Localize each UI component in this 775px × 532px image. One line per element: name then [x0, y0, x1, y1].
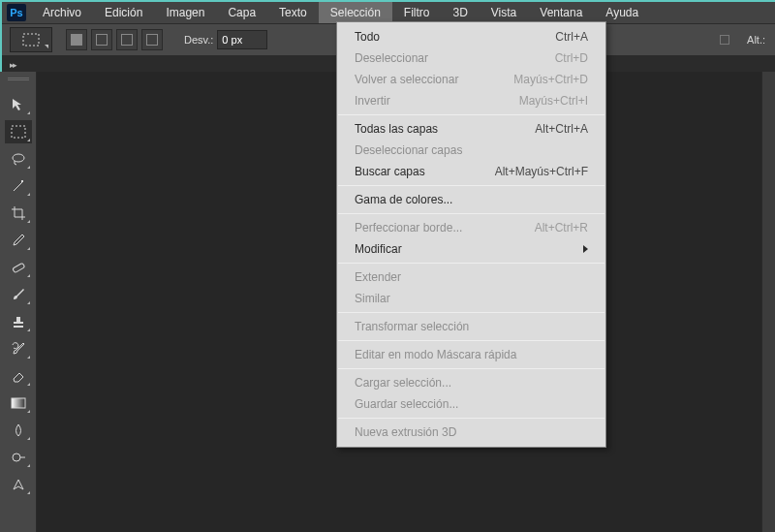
selection-new-button[interactable]: [66, 29, 87, 50]
menu-capa[interactable]: Capa: [216, 2, 267, 23]
selection-mode-group: [66, 29, 163, 50]
menuitem-cargar-seleccion[interactable]: Cargar selección...: [337, 372, 605, 393]
menu-bar: Ps Archivo Edición Imagen Capa Texto Sel…: [2, 2, 775, 23]
lasso-tool[interactable]: [5, 147, 32, 171]
menuitem-modificar[interactable]: Modificar: [337, 238, 605, 260]
menu-separator: [338, 312, 604, 313]
menuitem-transformar-seleccion[interactable]: Transformar selección: [337, 316, 605, 337]
menu-archivo[interactable]: Archivo: [31, 2, 93, 23]
menu-3d[interactable]: 3D: [441, 2, 479, 23]
eraser-icon: [11, 368, 26, 384]
svg-text:Ps: Ps: [10, 7, 22, 18]
tool-preset-picker[interactable]: [10, 27, 52, 52]
collapsed-panels-strip[interactable]: [761, 72, 775, 532]
menuitem-invertir[interactable]: InvertirMayús+Ctrl+I: [337, 90, 605, 111]
menuitem-volver-a-seleccionar[interactable]: Volver a seleccionarMayús+Ctrl+D: [337, 69, 605, 90]
menu-texto[interactable]: Texto: [267, 2, 319, 23]
menuitem-buscar-capas[interactable]: Buscar capasAlt+Mayús+Ctrl+F: [337, 161, 605, 182]
droplet-icon: [11, 422, 26, 438]
tools-panel-grip[interactable]: [1, 78, 36, 89]
menu-filtro[interactable]: Filtro: [392, 2, 442, 23]
svg-rect-5: [12, 263, 24, 272]
menu-ventana[interactable]: Ventana: [528, 2, 594, 23]
marquee-icon: [22, 33, 40, 47]
eyedropper-tool[interactable]: [5, 229, 32, 252]
menu-separator: [338, 340, 604, 341]
menuitem-deseleccionar[interactable]: DeseleccionarCtrl+D: [337, 47, 605, 69]
menu-vista[interactable]: Vista: [480, 2, 528, 23]
menuitem-similar[interactable]: Similar: [337, 288, 605, 309]
selection-add-button[interactable]: [91, 29, 112, 50]
move-icon: [11, 97, 26, 112]
menuitem-perfeccionar-borde[interactable]: Perfeccionar borde...Alt+Ctrl+R: [337, 217, 605, 238]
selection-subtract-button[interactable]: [116, 29, 138, 50]
menuitem-editar-mascara-rapida[interactable]: Editar en modo Máscara rápida: [337, 344, 605, 365]
menuitem-gama-de-colores[interactable]: Gama de colores...: [337, 189, 605, 210]
menu-separator: [338, 213, 604, 214]
menuitem-nueva-extrusion-3d[interactable]: Nueva extrusión 3D: [337, 422, 605, 443]
menuitem-deseleccionar-capas[interactable]: Deseleccionar capas: [337, 140, 605, 161]
menu-separator: [338, 418, 604, 419]
marquee-icon: [11, 125, 26, 139]
app-logo: Ps: [2, 2, 31, 23]
feather-input[interactable]: [217, 30, 267, 49]
chevron-right-icon: [583, 245, 588, 253]
pen-icon: [11, 477, 26, 492]
svg-rect-3: [12, 126, 25, 138]
feather-label: Desv.:: [184, 34, 213, 46]
menu-ayuda[interactable]: Ayuda: [594, 2, 650, 23]
history-brush-icon: [11, 341, 26, 357]
menu-imagen[interactable]: Imagen: [154, 2, 216, 23]
svg-rect-2: [23, 34, 39, 46]
menu-seleccion[interactable]: Selección: [319, 2, 392, 23]
menu-edicion[interactable]: Edición: [93, 2, 154, 23]
eyedropper-icon: [11, 233, 26, 248]
antialias-checkbox[interactable]: [720, 35, 729, 45]
history-brush-tool[interactable]: [5, 337, 32, 360]
move-tool[interactable]: [5, 93, 32, 116]
menuitem-todo[interactable]: TodoCtrl+A: [337, 26, 605, 47]
svg-point-4: [13, 154, 24, 162]
wand-icon: [11, 178, 26, 194]
magic-wand-tool[interactable]: [5, 174, 32, 198]
gradient-tool[interactable]: [5, 391, 32, 415]
dodge-icon: [11, 450, 26, 465]
tools-panel: [1, 72, 37, 532]
menu-separator: [338, 368, 604, 369]
eraser-tool[interactable]: [5, 364, 32, 388]
brush-icon: [11, 287, 26, 302]
menu-separator: [338, 263, 604, 264]
selection-menu-dropdown: TodoCtrl+A DeseleccionarCtrl+D Volver a …: [336, 21, 606, 448]
stamp-icon: [11, 314, 26, 329]
rectangular-marquee-tool[interactable]: [5, 120, 32, 143]
gradient-icon: [11, 396, 26, 410]
crop-icon: [11, 205, 26, 221]
svg-point-7: [13, 454, 20, 461]
menuitem-extender[interactable]: Extender: [337, 266, 605, 288]
dodge-tool[interactable]: [5, 446, 32, 469]
menuitem-todas-las-capas[interactable]: Todas las capasAlt+Ctrl+A: [337, 118, 605, 140]
bandage-icon: [11, 260, 26, 275]
svg-rect-6: [12, 398, 25, 408]
menuitem-guardar-seleccion[interactable]: Guardar selección...: [337, 393, 605, 415]
clone-stamp-tool[interactable]: [5, 310, 32, 333]
brush-tool[interactable]: [5, 283, 32, 306]
selection-intersect-button[interactable]: [141, 29, 163, 50]
height-label: Alt.:: [747, 34, 765, 46]
menu-separator: [338, 185, 604, 186]
blur-tool[interactable]: [5, 419, 32, 442]
menu-separator: [338, 114, 604, 115]
pen-tool[interactable]: [5, 473, 32, 496]
healing-brush-tool[interactable]: [5, 256, 32, 279]
lasso-icon: [11, 151, 26, 167]
crop-tool[interactable]: [5, 202, 32, 225]
